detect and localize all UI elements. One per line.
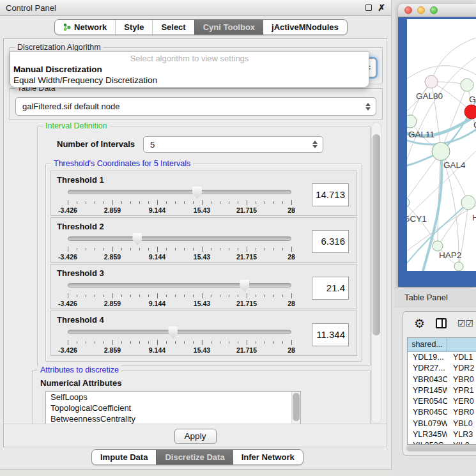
threshold-slider[interactable]: -3.4262.8599.14415.4321.71528	[68, 233, 291, 259]
table-row[interactable]: YBR045CYBR0	[408, 407, 476, 418]
threshold-label: Threshold 4	[57, 315, 104, 325]
slider-thumb[interactable]	[240, 280, 249, 292]
close-window-icon[interactable]: ✗	[378, 4, 385, 11]
threshold-value-field[interactable]: 11.344	[312, 323, 349, 346]
node-bottom-right[interactable]	[454, 262, 463, 271]
mode-tab-impute-data[interactable]: Impute Data	[92, 450, 156, 464]
settings-vertical-scrollbar[interactable]	[371, 122, 381, 424]
tab-jactivemnodules[interactable]: jActiveMNodules	[263, 20, 347, 35]
attribute-list-item[interactable]: SelfLoops	[46, 392, 300, 403]
threshold-label: Threshold 2	[57, 222, 104, 231]
tab-cyni-toolbox[interactable]: Cyni Toolbox	[194, 20, 263, 35]
table-row[interactable]: YBR043CYBR0	[408, 374, 476, 385]
node-gcy1[interactable]	[407, 197, 410, 208]
table-cell: YBR0	[447, 407, 476, 418]
table-cell: YLR345W	[408, 429, 447, 440]
window-title: Control Panel	[6, 3, 360, 13]
threshold-value-field[interactable]: 21.4	[312, 277, 349, 300]
table-row[interactable]: YDL19...YDL1	[408, 352, 476, 363]
slider-thumb[interactable]	[192, 187, 202, 199]
select-all-checkbox-icon[interactable]: ☑☑	[457, 318, 473, 328]
gear-icon[interactable]: ⚙	[414, 318, 425, 330]
cyni-toolbox-panel: Discretization Algorithm Select algorith…	[3, 38, 387, 447]
slider-ticks	[68, 340, 291, 346]
table-header-row: shared...na	[408, 338, 476, 352]
numerical-attributes-list[interactable]: SelfLoopsTopologicalCoefficientBetweenne…	[45, 391, 301, 424]
float-window-icon[interactable]	[365, 3, 372, 13]
apply-button[interactable]: Apply	[174, 429, 217, 444]
table-row[interactable]: YBL079WYBL0	[408, 418, 476, 429]
node-top-right[interactable]	[461, 79, 473, 91]
threshold-slider[interactable]: -3.4262.8599.14415.4321.71528	[68, 187, 291, 212]
control-panel-titlebar: Control Panel ✗	[0, 0, 391, 16]
node-label-gal4: GAL4	[443, 160, 466, 170]
discretization-algorithm-group-title: Discretization Algorithm	[15, 43, 104, 52]
node-table: shared...na YDL19...YDL1YDR27...YDR2YBR0…	[407, 337, 476, 445]
attributes-list-scrollbar[interactable]	[291, 392, 300, 424]
tab-style[interactable]: Style	[115, 20, 152, 35]
algorithm-option-manual-discretization[interactable]: Manual Discretization	[10, 64, 369, 75]
node-label-clipped-c: C	[473, 120, 476, 130]
table-row[interactable]: YPR145WYPR1	[408, 385, 476, 396]
threshold-slider[interactable]: -3.4262.8599.14415.4321.71528	[68, 326, 291, 352]
algorithm-dropdown-popup: Select algorithm to view settings Manual…	[10, 51, 369, 88]
column-layout-icon[interactable]	[436, 318, 447, 328]
interval-definition-group: Interval Definition Number of Intervals …	[37, 126, 371, 366]
threshold-panel-4: Threshold 4-3.4262.8599.14415.4321.71528…	[50, 311, 357, 356]
table-toolbar: ⚙ ☑☑	[403, 312, 476, 335]
threshold-value-field[interactable]: 6.316	[312, 230, 349, 253]
slider-tick-labels: -3.4262.8599.14415.4321.71528	[68, 300, 291, 307]
close-traffic-light-icon[interactable]	[404, 6, 412, 14]
threshold-coordinates-group: Threshold's Coordinates for 5 Intervals …	[45, 164, 362, 362]
node-gal11[interactable]	[407, 115, 417, 128]
threshold-slider[interactable]: -3.4262.8599.14415.4321.71528	[68, 280, 291, 305]
slider-thumb[interactable]	[132, 233, 142, 245]
node-label-hap2: HAP2	[439, 250, 461, 260]
table-row[interactable]: YDR27...YDR2	[408, 363, 476, 374]
column-header-shared-[interactable]: shared...	[408, 338, 447, 351]
tab-label: Network	[74, 22, 107, 32]
threshold-value-field[interactable]: 14.713	[312, 183, 349, 206]
table-cell: YER0	[447, 396, 476, 407]
slider-track	[68, 236, 291, 241]
network-window-titlebar	[398, 4, 476, 17]
node-hap2[interactable]	[433, 241, 443, 251]
column-header-na[interactable]: na	[447, 338, 476, 351]
number-of-intervals-combobox[interactable]: 5	[143, 136, 323, 153]
node-label-clipped-ga: GA	[469, 95, 476, 104]
slider-thumb[interactable]	[168, 326, 178, 339]
tab-network[interactable]: Network	[55, 20, 115, 35]
mode-tab-label: Discretize Data	[165, 452, 224, 462]
node-selected-red[interactable]	[464, 105, 476, 119]
attribute-list-item[interactable]: BetweennessCentrality	[46, 413, 300, 424]
mode-tab-discretize-data[interactable]: Discretize Data	[156, 450, 233, 464]
scrollbar-thumb[interactable]	[372, 134, 380, 335]
threshold-label: Threshold 1	[57, 175, 104, 185]
network-canvas[interactable]: GAL80 GA GAL11 C GAL4 GCY1 H HAP2	[407, 19, 476, 271]
combobox-arrows-icon	[312, 141, 318, 148]
slider-track	[68, 283, 291, 288]
node-gal80[interactable]	[425, 75, 438, 88]
table-data-combobox[interactable]: galFiltered.sif default node	[15, 97, 376, 116]
control-panel-window: Control Panel ✗ NetworkStyleSelectCyni T…	[0, 0, 392, 470]
node-right-h[interactable]	[461, 196, 475, 210]
tab-select[interactable]: Select	[152, 20, 194, 35]
table-panel-titlebar: Table Panel	[394, 288, 476, 307]
table-row[interactable]: YER054CYER0	[408, 396, 476, 407]
algorithm-option-equal-width-frequency-discretization[interactable]: Equal Width/Frequency Discretization	[10, 75, 369, 86]
scrollbar-thumb[interactable]	[407, 445, 476, 451]
table-row[interactable]: YIL053CYIL0	[408, 440, 476, 445]
tab-label: Style	[124, 22, 144, 32]
table-horizontal-scrollbar[interactable]	[406, 445, 476, 452]
attribute-list-item[interactable]: TopologicalCoefficient	[46, 403, 300, 413]
mode-tab-infer-network[interactable]: Infer Network	[233, 450, 303, 464]
zoom-traffic-light-icon[interactable]	[430, 6, 438, 14]
node-gal4[interactable]	[432, 142, 450, 160]
table-row[interactable]: YLR345WYLR3	[408, 429, 476, 440]
algorithm-placeholder-option[interactable]: Select algorithm to view settings	[10, 52, 369, 64]
minimize-traffic-light-icon[interactable]	[417, 6, 425, 14]
slider-tick-labels: -3.4262.8599.14415.4321.71528	[68, 346, 291, 354]
slider-ticks	[68, 247, 291, 252]
apply-button-row: Apply	[4, 424, 387, 448]
slider-ticks	[68, 200, 291, 206]
